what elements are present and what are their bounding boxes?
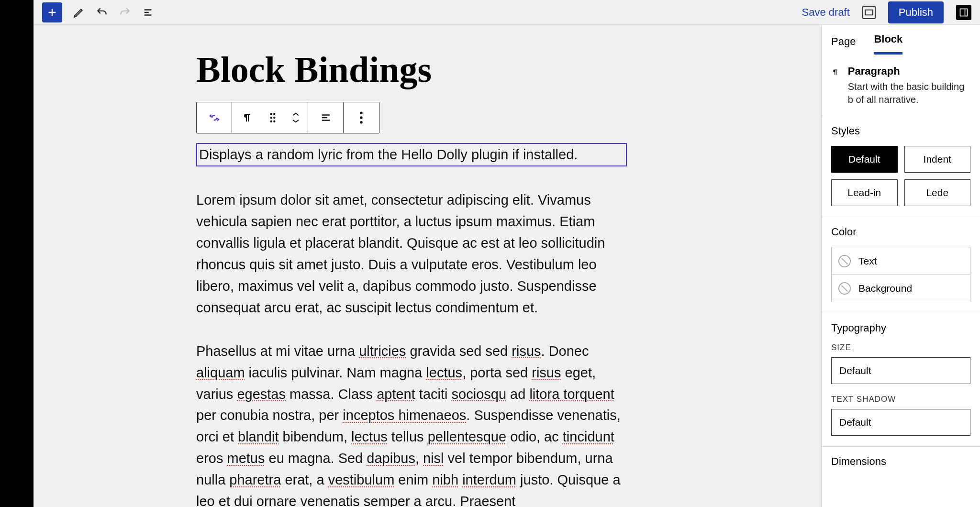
paragraph-transform-button[interactable] [232,102,262,133]
redo-icon [119,6,131,19]
none-swatch-icon [838,255,851,267]
dimensions-section: Dimensions [822,447,980,487]
style-option-lede[interactable]: Lede [904,179,971,206]
tab-block[interactable]: Block [874,33,902,55]
style-option-lead-in[interactable]: Lead-in [831,179,898,206]
svg-point-3 [273,113,275,115]
svg-point-10 [360,121,362,123]
svg-point-2 [270,113,272,115]
svg-point-4 [270,117,272,119]
save-draft-button[interactable]: Save draft [802,6,850,19]
edit-tool-button[interactable] [73,6,85,19]
sidebar-icon [959,8,969,17]
tab-page[interactable]: Page [831,35,856,55]
none-swatch-icon [838,282,851,295]
svg-point-8 [360,112,362,114]
pilcrow-icon [831,65,839,79]
align-left-icon [320,112,332,123]
typography-section: Typography SIZE Default TEXT SHADOW Defa… [822,313,980,447]
chevron-down-icon [291,118,300,124]
preview-button[interactable] [862,6,876,19]
svg-point-5 [273,117,275,119]
more-options-button[interactable] [344,102,379,133]
editor-topbar: Save draft Publish [33,0,980,25]
style-option-default[interactable]: Default [831,146,898,173]
block-toolbar [196,102,379,133]
size-label: SIZE [831,343,970,353]
sidebar-tabs: Page Block [822,25,980,55]
font-size-dropdown[interactable]: Default [831,357,970,384]
plus-icon [47,7,57,18]
section-title-color: Color [831,226,970,238]
chevron-up-icon [291,111,300,117]
editor-canvas[interactable]: Block Bindings [33,25,821,507]
block-name: Paragraph [848,65,970,77]
svg-point-6 [270,121,272,122]
move-buttons[interactable] [284,102,308,133]
binding-icon [207,110,222,125]
text-shadow-label: TEXT SHADOW [831,395,970,404]
paragraph-block[interactable]: Phasellus at mi vitae urna ultricies gra… [196,341,627,507]
inspector-sidebar: Page Block Paragraph Start with the basi… [821,25,980,507]
text-shadow-dropdown[interactable]: Default [831,409,970,436]
document-overview-button[interactable] [142,6,154,19]
svg-point-9 [360,116,362,119]
svg-rect-1 [960,9,968,16]
section-title-typography: Typography [831,322,970,334]
color-section: Color TextBackground [822,217,980,313]
color-row-background[interactable]: Background [831,275,970,302]
bound-paragraph-block[interactable]: Displays a random lyric from the Hello D… [196,143,627,166]
undo-button[interactable] [96,6,108,19]
styles-section: Styles DefaultIndentLead-inLede [822,116,980,217]
drag-handle[interactable] [262,102,284,133]
paragraph-block[interactable]: Lorem ipsum dolor sit amet, consectetur … [196,189,627,319]
svg-point-7 [273,121,275,122]
color-row-text[interactable]: Text [831,247,970,275]
block-binding-button[interactable] [197,102,232,133]
desktop-icon [865,9,873,16]
block-description: Start with the basic building b of all n… [848,80,970,106]
svg-rect-0 [865,10,872,15]
list-icon [142,7,154,18]
pilcrow-icon [241,111,253,124]
kebab-icon [359,111,363,124]
align-button[interactable] [308,102,344,133]
redo-button[interactable] [119,6,131,19]
drag-icon [268,112,277,123]
post-title[interactable]: Block Bindings [196,49,792,90]
publish-button[interactable]: Publish [888,1,944,23]
undo-icon [96,6,108,19]
add-block-button[interactable] [42,2,62,22]
pencil-icon [73,6,85,19]
settings-panel-button[interactable] [956,5,971,20]
style-option-indent[interactable]: Indent [904,146,971,173]
section-title-styles: Styles [831,125,970,137]
block-info: Paragraph Start with the basic building … [822,55,980,116]
section-title-dimensions: Dimensions [831,455,970,468]
